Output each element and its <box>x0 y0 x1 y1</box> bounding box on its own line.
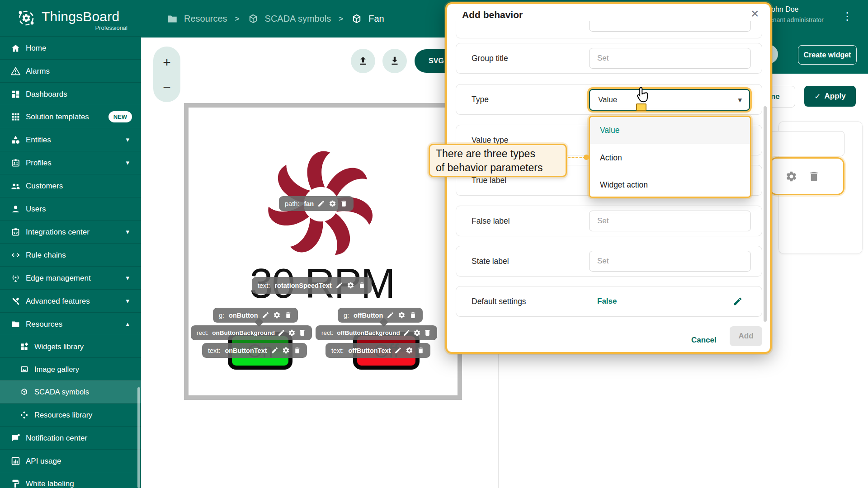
state-label-input[interactable]: Set <box>589 251 751 272</box>
sidebar-item-resources[interactable]: Resources ▴ <box>0 312 141 336</box>
sidebar-item-resources-library[interactable]: Resources library <box>0 403 141 427</box>
partial-input[interactable] <box>589 21 751 32</box>
close-icon[interactable]: × <box>751 6 759 21</box>
dropdown-option-widget-action[interactable]: Widget action <box>590 171 750 198</box>
zoom-in-button[interactable]: + <box>153 55 180 70</box>
zoom-out-button[interactable]: − <box>153 80 180 95</box>
sidebar-item-rule-chains[interactable]: Rule chains <box>0 243 141 267</box>
trash-icon[interactable] <box>298 329 306 337</box>
more-menu-icon[interactable]: ⋮ <box>842 10 853 23</box>
breadcrumb-scada-symbols[interactable]: SCADA symbols <box>265 14 331 24</box>
gear-icon[interactable] <box>785 170 797 183</box>
edit-icon[interactable] <box>278 329 285 337</box>
sidebar-scrollbar[interactable] <box>137 387 140 488</box>
sidebar-item-solution-templates[interactable]: Solution templates NEW <box>0 105 141 128</box>
edit-icon[interactable] <box>271 347 278 354</box>
gear-icon[interactable] <box>398 311 406 319</box>
user-role: tenant administrator <box>768 16 824 23</box>
sidebar-item-white-labeling[interactable]: White labeling <box>0 472 141 488</box>
sidebar-item-widgets-library[interactable]: Widgets library <box>0 335 141 358</box>
sidebar-item-profiles[interactable]: Profiles ▾ <box>0 151 141 174</box>
false-label-input[interactable]: Set <box>589 211 751 231</box>
bar-chart-icon <box>11 456 20 466</box>
create-widget-button[interactable]: Create widget <box>798 45 857 65</box>
edit-icon[interactable] <box>403 329 410 337</box>
user-info: John Doe tenant administrator <box>768 5 824 23</box>
edit-icon[interactable] <box>262 311 269 319</box>
sidebar-item-api-usage[interactable]: API usage <box>0 449 141 473</box>
gear-icon[interactable] <box>273 311 281 319</box>
group-title-input[interactable]: Set <box>589 48 751 69</box>
edit-icon[interactable] <box>387 311 394 319</box>
modal-scrollbar[interactable] <box>764 106 767 322</box>
trash-icon[interactable] <box>358 282 366 289</box>
edit-icon[interactable] <box>335 282 343 289</box>
tag-chip-off-button-group[interactable]: g:offButton <box>338 308 423 323</box>
gear-icon[interactable] <box>406 347 413 354</box>
trash-icon[interactable] <box>340 200 348 207</box>
sidebar-item-image-gallery[interactable]: Image gallery <box>0 357 141 381</box>
trash-icon[interactable] <box>284 311 292 319</box>
upload-button[interactable] <box>351 49 375 73</box>
trash-icon[interactable] <box>424 329 431 337</box>
code-brackets-icon <box>11 250 20 260</box>
sidebar-item-alarms[interactable]: Alarms <box>0 59 141 83</box>
cancel-button[interactable]: Cancel <box>691 330 717 350</box>
apply-button[interactable]: ✓Apply <box>804 86 856 107</box>
sidebar-item-advanced-features[interactable]: Advanced features ▾ <box>0 289 141 313</box>
edit-icon[interactable] <box>317 200 325 207</box>
sidebar-item-home[interactable]: Home <box>0 36 141 60</box>
sidebar-item-edge-management[interactable]: Edge management ▾ <box>0 266 141 290</box>
tag-chip-on-button-text[interactable]: text:onButtonText <box>202 343 307 358</box>
gear-icon[interactable] <box>288 329 296 337</box>
brand-name: ThingsBoard <box>42 9 119 24</box>
gear-icon[interactable] <box>282 347 290 354</box>
trash-icon[interactable] <box>409 311 417 319</box>
gear-icon[interactable] <box>347 282 354 289</box>
tag-chip-on-button-background[interactable]: rect:onButtonBackground <box>191 325 312 340</box>
chevron-down-icon: ▾ <box>126 274 129 282</box>
user-name: John Doe <box>768 5 824 14</box>
behavior-row-highlight <box>769 157 844 195</box>
edit-icon[interactable] <box>733 296 743 306</box>
type-dropdown-menu: Value Action Widget action <box>589 116 751 198</box>
gear-icon[interactable] <box>413 329 421 337</box>
tag-chip-off-button-text[interactable]: text:offButtonText <box>326 343 430 358</box>
breadcrumb-resources[interactable]: Resources <box>184 14 227 24</box>
gear-icon[interactable] <box>329 200 336 207</box>
sidebar-item-integrations-center[interactable]: Integrations center ▾ <box>0 220 141 244</box>
click-marker <box>636 103 646 111</box>
warning-icon <box>11 66 20 76</box>
download-button[interactable] <box>382 49 407 73</box>
people-icon <box>11 181 20 191</box>
zoom-control: + − <box>153 47 180 102</box>
breadcrumb: Resources > SCADA symbols > Fan <box>166 0 384 38</box>
trash-icon[interactable] <box>808 170 820 183</box>
sidebar-item-customers[interactable]: Customers <box>0 174 141 197</box>
tag-chip-rotation-speed-text[interactable]: text:rotationSpeedText <box>252 277 372 294</box>
add-button[interactable]: Add <box>730 326 762 346</box>
thingsboard-logo-icon <box>15 7 37 29</box>
tag-chip-path-fan[interactable]: path:fan <box>279 196 354 211</box>
check-icon: ✓ <box>814 92 821 101</box>
type-select[interactable]: Value ▾ <box>589 89 750 111</box>
behavior-field[interactable] <box>764 131 844 156</box>
tag-chip-off-button-background[interactable]: rect:offButtonBackground <box>316 325 437 340</box>
trash-icon[interactable] <box>293 347 301 354</box>
field-row-false-label: False label Set <box>456 206 762 236</box>
widgets-icon <box>20 343 28 351</box>
integration-icon <box>11 227 20 237</box>
edit-icon[interactable] <box>394 347 402 354</box>
tools-icon <box>11 296 20 306</box>
sidebar-item-entities[interactable]: Entities ▾ <box>0 128 141 151</box>
sidebar-item-dashboards[interactable]: Dashboards <box>0 82 141 106</box>
antenna-icon <box>11 273 20 283</box>
dropdown-option-value[interactable]: Value <box>590 117 750 144</box>
trash-icon[interactable] <box>417 347 425 354</box>
dropdown-option-action[interactable]: Action <box>590 144 750 171</box>
breadcrumb-separator: > <box>339 14 343 23</box>
sidebar-item-notification-center[interactable]: Notification center <box>0 426 141 450</box>
sidebar-item-users[interactable]: Users <box>0 197 141 221</box>
tag-chip-on-button-group[interactable]: g:onButton <box>213 308 298 323</box>
sidebar-item-scada-symbols[interactable]: SCADA symbols <box>0 380 141 404</box>
